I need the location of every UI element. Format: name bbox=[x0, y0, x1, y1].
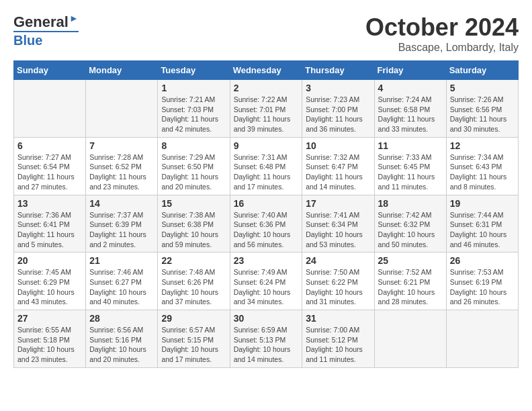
calendar-week-row: 20Sunrise: 7:45 AM Sunset: 6:29 PM Dayli… bbox=[14, 253, 519, 310]
day-number: 27 bbox=[17, 313, 82, 324]
calendar-cell: 23Sunrise: 7:49 AM Sunset: 6:24 PM Dayli… bbox=[230, 253, 302, 310]
day-number: 13 bbox=[17, 198, 82, 209]
day-info: Sunrise: 7:33 AM Sunset: 6:45 PM Dayligh… bbox=[378, 152, 443, 192]
calendar-cell: 22Sunrise: 7:48 AM Sunset: 6:26 PM Dayli… bbox=[158, 253, 230, 310]
calendar-cell: 16Sunrise: 7:40 AM Sunset: 6:36 PM Dayli… bbox=[230, 195, 302, 253]
month-year: October 2024 bbox=[365, 13, 519, 42]
calendar-week-row: 6Sunrise: 7:27 AM Sunset: 6:54 PM Daylig… bbox=[14, 137, 519, 195]
calendar-cell: 29Sunrise: 6:57 AM Sunset: 5:15 PM Dayli… bbox=[158, 310, 230, 368]
day-number: 8 bbox=[161, 140, 226, 151]
day-number: 11 bbox=[378, 140, 443, 151]
day-number: 4 bbox=[378, 83, 443, 93]
day-info: Sunrise: 7:46 AM Sunset: 6:27 PM Dayligh… bbox=[89, 267, 154, 307]
day-info: Sunrise: 7:42 AM Sunset: 6:32 PM Dayligh… bbox=[378, 210, 443, 250]
day-info: Sunrise: 7:23 AM Sunset: 7:00 PM Dayligh… bbox=[306, 95, 370, 134]
weekday-header: Friday bbox=[374, 61, 446, 80]
calendar-cell: 25Sunrise: 7:52 AM Sunset: 6:21 PM Dayli… bbox=[374, 253, 446, 310]
day-info: Sunrise: 7:29 AM Sunset: 6:50 PM Dayligh… bbox=[161, 152, 226, 192]
calendar-week-row: 27Sunrise: 6:55 AM Sunset: 5:18 PM Dayli… bbox=[14, 310, 519, 368]
day-info: Sunrise: 7:24 AM Sunset: 6:58 PM Dayligh… bbox=[378, 95, 443, 134]
calendar-cell: 20Sunrise: 7:45 AM Sunset: 6:29 PM Dayli… bbox=[14, 253, 86, 310]
day-number: 17 bbox=[306, 198, 370, 209]
day-info: Sunrise: 7:50 AM Sunset: 6:22 PM Dayligh… bbox=[306, 267, 370, 307]
day-number: 14 bbox=[89, 198, 154, 209]
weekday-header-row: SundayMondayTuesdayWednesdayThursdayFrid… bbox=[14, 61, 519, 80]
day-number: 5 bbox=[450, 83, 515, 93]
calendar-cell: 30Sunrise: 6:59 AM Sunset: 5:13 PM Dayli… bbox=[230, 310, 302, 368]
day-info: Sunrise: 7:48 AM Sunset: 6:26 PM Dayligh… bbox=[161, 267, 226, 307]
day-info: Sunrise: 7:45 AM Sunset: 6:29 PM Dayligh… bbox=[17, 267, 82, 307]
calendar-cell: 27Sunrise: 6:55 AM Sunset: 5:18 PM Dayli… bbox=[14, 310, 86, 368]
calendar-cell: 14Sunrise: 7:37 AM Sunset: 6:39 PM Dayli… bbox=[86, 195, 158, 253]
calendar-cell: 11Sunrise: 7:33 AM Sunset: 6:45 PM Dayli… bbox=[374, 137, 446, 195]
calendar-table: SundayMondayTuesdayWednesdayThursdayFrid… bbox=[13, 60, 519, 368]
day-number: 3 bbox=[306, 83, 370, 93]
day-info: Sunrise: 7:36 AM Sunset: 6:41 PM Dayligh… bbox=[17, 210, 82, 250]
day-number: 15 bbox=[161, 198, 226, 209]
calendar-week-row: 1Sunrise: 7:21 AM Sunset: 7:03 PM Daylig… bbox=[14, 80, 519, 138]
day-number: 23 bbox=[234, 255, 299, 266]
weekday-header: Monday bbox=[86, 61, 158, 80]
day-number: 31 bbox=[306, 313, 370, 324]
day-info: Sunrise: 7:40 AM Sunset: 6:36 PM Dayligh… bbox=[234, 210, 299, 250]
calendar-cell: 8Sunrise: 7:29 AM Sunset: 6:50 PM Daylig… bbox=[158, 137, 230, 195]
weekday-header: Saturday bbox=[446, 61, 518, 80]
day-number: 25 bbox=[378, 255, 443, 266]
day-number: 29 bbox=[161, 313, 226, 324]
day-number: 7 bbox=[89, 140, 154, 151]
calendar-cell: 28Sunrise: 6:56 AM Sunset: 5:16 PM Dayli… bbox=[86, 310, 158, 368]
day-info: Sunrise: 7:37 AM Sunset: 6:39 PM Dayligh… bbox=[89, 210, 154, 250]
calendar-cell: 31Sunrise: 7:00 AM Sunset: 5:12 PM Dayli… bbox=[302, 310, 374, 368]
calendar-cell: 24Sunrise: 7:50 AM Sunset: 6:22 PM Dayli… bbox=[302, 253, 374, 310]
page-header: General► Blue October 2024 Bascape, Lomb… bbox=[13, 13, 519, 54]
calendar-cell: 9Sunrise: 7:31 AM Sunset: 6:48 PM Daylig… bbox=[230, 137, 302, 195]
weekday-header: Wednesday bbox=[230, 61, 302, 80]
day-info: Sunrise: 7:44 AM Sunset: 6:31 PM Dayligh… bbox=[450, 210, 515, 250]
day-info: Sunrise: 7:26 AM Sunset: 6:56 PM Dayligh… bbox=[450, 95, 515, 134]
logo-text: General► bbox=[13, 13, 79, 31]
day-number: 10 bbox=[306, 140, 370, 151]
day-info: Sunrise: 7:32 AM Sunset: 6:47 PM Dayligh… bbox=[306, 152, 370, 192]
calendar-cell: 21Sunrise: 7:46 AM Sunset: 6:27 PM Dayli… bbox=[86, 253, 158, 310]
calendar-cell: 5Sunrise: 7:26 AM Sunset: 6:56 PM Daylig… bbox=[446, 80, 518, 138]
weekday-header: Tuesday bbox=[158, 61, 230, 80]
calendar-cell: 6Sunrise: 7:27 AM Sunset: 6:54 PM Daylig… bbox=[14, 137, 86, 195]
day-number: 6 bbox=[17, 140, 82, 151]
day-number: 28 bbox=[89, 313, 154, 324]
day-info: Sunrise: 7:34 AM Sunset: 6:43 PM Dayligh… bbox=[450, 152, 515, 192]
day-info: Sunrise: 6:57 AM Sunset: 5:15 PM Dayligh… bbox=[161, 325, 226, 365]
calendar-cell: 13Sunrise: 7:36 AM Sunset: 6:41 PM Dayli… bbox=[14, 195, 86, 253]
calendar-cell: 12Sunrise: 7:34 AM Sunset: 6:43 PM Dayli… bbox=[446, 137, 518, 195]
calendar-cell: 2Sunrise: 7:22 AM Sunset: 7:01 PM Daylig… bbox=[230, 80, 302, 138]
day-number: 12 bbox=[450, 140, 515, 151]
calendar-week-row: 13Sunrise: 7:36 AM Sunset: 6:41 PM Dayli… bbox=[14, 195, 519, 253]
day-info: Sunrise: 7:31 AM Sunset: 6:48 PM Dayligh… bbox=[234, 152, 299, 192]
day-info: Sunrise: 7:00 AM Sunset: 5:12 PM Dayligh… bbox=[306, 325, 370, 365]
day-number: 20 bbox=[17, 255, 82, 266]
day-number: 18 bbox=[378, 198, 443, 209]
calendar-cell: 4Sunrise: 7:24 AM Sunset: 6:58 PM Daylig… bbox=[374, 80, 446, 138]
calendar-cell: 10Sunrise: 7:32 AM Sunset: 6:47 PM Dayli… bbox=[302, 137, 374, 195]
logo-text-blue: Blue bbox=[13, 31, 79, 48]
day-info: Sunrise: 7:49 AM Sunset: 6:24 PM Dayligh… bbox=[234, 267, 299, 307]
calendar-cell bbox=[14, 80, 86, 138]
day-number: 22 bbox=[161, 255, 226, 266]
calendar-cell: 7Sunrise: 7:28 AM Sunset: 6:52 PM Daylig… bbox=[86, 137, 158, 195]
day-number: 16 bbox=[234, 198, 299, 209]
day-info: Sunrise: 7:38 AM Sunset: 6:38 PM Dayligh… bbox=[161, 210, 226, 250]
logo: General► Blue bbox=[13, 13, 79, 48]
day-info: Sunrise: 6:59 AM Sunset: 5:13 PM Dayligh… bbox=[234, 325, 299, 365]
day-number: 9 bbox=[234, 140, 299, 151]
calendar-cell: 26Sunrise: 7:53 AM Sunset: 6:19 PM Dayli… bbox=[446, 253, 518, 310]
calendar-cell bbox=[374, 310, 446, 368]
calendar-cell: 17Sunrise: 7:41 AM Sunset: 6:34 PM Dayli… bbox=[302, 195, 374, 253]
day-number: 30 bbox=[234, 313, 299, 324]
calendar-cell bbox=[86, 80, 158, 138]
day-info: Sunrise: 7:21 AM Sunset: 7:03 PM Dayligh… bbox=[161, 95, 226, 134]
day-number: 1 bbox=[161, 83, 226, 93]
calendar-cell: 18Sunrise: 7:42 AM Sunset: 6:32 PM Dayli… bbox=[374, 195, 446, 253]
day-info: Sunrise: 6:56 AM Sunset: 5:16 PM Dayligh… bbox=[89, 325, 154, 365]
day-info: Sunrise: 7:53 AM Sunset: 6:19 PM Dayligh… bbox=[450, 267, 515, 307]
calendar-cell: 19Sunrise: 7:44 AM Sunset: 6:31 PM Dayli… bbox=[446, 195, 518, 253]
calendar-cell: 15Sunrise: 7:38 AM Sunset: 6:38 PM Dayli… bbox=[158, 195, 230, 253]
